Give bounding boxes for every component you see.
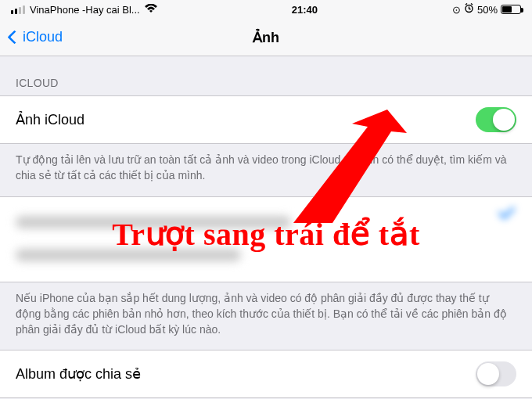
back-button[interactable]: iCloud xyxy=(9,29,63,45)
checkmark-icon xyxy=(499,207,516,224)
row-label: Ảnh iCloud xyxy=(16,111,84,128)
clock: 21:40 xyxy=(292,4,318,16)
section-header-icloud: ICLOUD xyxy=(0,56,532,95)
back-label: iCloud xyxy=(23,29,63,45)
row-icloud-photos: Ảnh iCloud xyxy=(0,95,532,144)
list-item xyxy=(16,216,291,228)
status-bar: VinaPhone -Hay cai Bl... 21:40 ⊙ 50% xyxy=(0,0,532,19)
settings-screen: VinaPhone -Hay cai Bl... 21:40 ⊙ 50% iCl… xyxy=(0,0,532,399)
icloud-photos-toggle[interactable] xyxy=(476,107,516,132)
storage-description: Nếu iPhone của bạn sắp hết dung lượng, ả… xyxy=(0,282,532,350)
icloud-photos-description: Tự động tải lên và lưu trữ an toàn tất c… xyxy=(0,144,532,196)
signal-icon xyxy=(11,5,25,14)
battery-pct: 50% xyxy=(477,4,498,16)
storage-options-blurred xyxy=(0,196,532,282)
rotation-lock-icon: ⊙ xyxy=(452,4,461,16)
nav-bar: iCloud Ảnh xyxy=(0,19,532,56)
row-label: Album được chia sẻ xyxy=(16,365,141,383)
chevron-left-icon xyxy=(7,30,21,44)
shared-album-toggle[interactable] xyxy=(476,361,516,386)
carrier-label: VinaPhone -Hay cai Bl... xyxy=(30,4,140,16)
alarm-icon xyxy=(464,3,474,16)
row-shared-album: Album được chia sẻ xyxy=(0,350,532,398)
list-item xyxy=(16,249,241,261)
battery-icon xyxy=(501,5,521,14)
wifi-icon xyxy=(145,4,157,16)
page-title: Ảnh xyxy=(253,29,279,46)
